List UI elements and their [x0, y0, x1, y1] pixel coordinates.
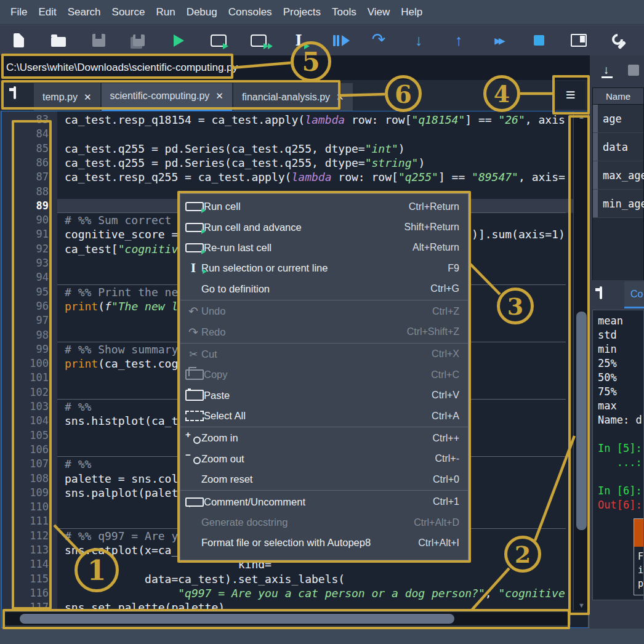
menu-item-shortcut: Ctrl+C — [431, 369, 459, 380]
menu-item-run-selection-or-current-line[interactable]: IRun selection or current lineF9 — [180, 258, 468, 278]
menu-item-paste[interactable]: PasteCtrl+V — [180, 385, 468, 406]
menu-item-label: Zoom in — [201, 432, 425, 444]
menu-item-comment-uncomment[interactable]: Comment/UncommentCtrl+1 — [180, 491, 468, 512]
code-line: sns.set_palette(palette) — [65, 600, 225, 610]
import-data-icon[interactable]: ↓ — [603, 63, 610, 77]
menu-item-zoom-out[interactable]: Zoom outCtrl+- — [180, 449, 468, 469]
menu-consoles[interactable]: Consoles — [223, 0, 278, 25]
menu-search[interactable]: Search — [62, 0, 107, 25]
code-token: , axis — [525, 113, 565, 126]
line-number: 114 — [6, 557, 49, 571]
new-file-icon — [14, 33, 24, 47]
save-icon — [92, 34, 105, 47]
code-token: row: row[ — [332, 171, 398, 183]
menu-item-shortcut: Ctrl++ — [432, 433, 459, 444]
menu-item-redo: RedoCtrl+Shift+Z — [180, 321, 468, 342]
horizontal-scrollbar[interactable] — [4, 611, 571, 626]
menu-tools[interactable]: Tools — [326, 0, 362, 25]
console-line: std — [598, 328, 617, 342]
code-token: # %% q997 = Are y — [65, 529, 178, 542]
menu-item-label: Select All — [204, 410, 424, 422]
hamburger-icon: ≡ — [566, 86, 576, 105]
menu-item-run-cell-and-advance[interactable]: Run cell and advanceShift+Return — [180, 217, 468, 237]
menu-debug[interactable]: Debug — [181, 0, 223, 25]
continue-button[interactable] — [486, 28, 511, 53]
menu-item-shortcut: Ctrl+Return — [409, 201, 459, 212]
tab-scientific-computing-py[interactable]: scientific-computing.py✕ — [102, 83, 232, 111]
scroll-down-arrow-icon[interactable]: ▼ — [574, 602, 589, 609]
line-number: 103 — [6, 400, 49, 414]
run-file-button[interactable] — [166, 28, 191, 53]
maximize-pane-button[interactable] — [566, 28, 591, 53]
browse-tabs-button[interactable] — [14, 87, 30, 101]
tab-close-icon[interactable]: ✕ — [215, 91, 223, 102]
menu-item-label: Re-run last cell — [204, 242, 405, 254]
menu-item-select-all[interactable]: Select AllCtrl+A — [180, 406, 468, 426]
main-toolbar: I — [0, 25, 644, 55]
new-file-button[interactable] — [6, 28, 31, 53]
variable-row-max_age[interactable]: max_age — [593, 161, 643, 190]
scroll-up-arrow-icon[interactable]: ▲ — [574, 113, 589, 120]
menu-item-label: Zoom out — [201, 453, 427, 465]
editor-options-menu-button[interactable]: ≡ — [556, 81, 586, 109]
menu-item-zoom-in[interactable]: Zoom inCtrl++ — [180, 428, 468, 448]
save-button[interactable] — [86, 28, 111, 53]
menu-item-undo: UndoCtrl+Z — [180, 301, 468, 321]
menu-item-run-cell[interactable]: Run cellCtrl+Return — [180, 196, 468, 217]
menu-item-label: Run cell and advance — [204, 222, 397, 233]
preferences-wrench-button[interactable] — [606, 28, 631, 53]
variable-row-min_age[interactable]: min_age — [593, 190, 643, 218]
code-token: , axis= — [518, 171, 565, 183]
open-file-button[interactable] — [46, 28, 71, 53]
menu-source[interactable]: Source — [107, 0, 151, 25]
tab-financial-analysis-py[interactable]: financial-analysis.py✕ — [233, 83, 353, 111]
vertical-scrollbar[interactable]: ▲ ▼ — [573, 111, 589, 610]
debug-file-button[interactable] — [326, 28, 351, 53]
menu-item-cut: CutCtrl+X — [180, 344, 468, 364]
variable-row-age[interactable]: age — [593, 105, 643, 133]
menu-run[interactable]: Run — [150, 0, 180, 25]
zoom-in-icon — [185, 433, 201, 444]
line-number: 116 — [6, 586, 49, 600]
browse-console-tabs-button[interactable] — [600, 288, 602, 299]
tab-close-icon[interactable]: ✕ — [336, 92, 344, 103]
code-token: ) — [418, 156, 425, 169]
menu-item-shortcut: Ctrl+0 — [433, 474, 459, 485]
menu-item-re-run-last-cell[interactable]: Re-run last cellAlt+Return — [180, 238, 468, 258]
run-cell-button[interactable] — [206, 28, 231, 53]
menu-projects[interactable]: Projects — [278, 0, 326, 25]
menu-item-go-to-definition[interactable]: Go to definitionCtrl+G — [180, 279, 468, 299]
plot-caption-line: Fi — [638, 550, 644, 563]
zoom-out-icon — [185, 453, 201, 464]
menu-view[interactable]: View — [362, 0, 396, 25]
console-output[interactable]: Fiinpa meanstdmin25%50%75%maxName: dIn [… — [592, 310, 644, 600]
redo-icon — [185, 326, 201, 338]
run-cell-advance-icon — [251, 34, 267, 47]
variable-row-data[interactable]: data — [593, 133, 643, 161]
code-token: ] == — [438, 171, 472, 183]
horizontal-scrollbar-thumb[interactable] — [20, 614, 454, 624]
code-token: # %% Sum correct a — [65, 214, 185, 227]
file-path: C:\Users\white\Downloads\scientific-comp… — [6, 55, 238, 80]
variable-explorer-name-header[interactable]: Name — [593, 88, 643, 105]
save-data-icon[interactable] — [628, 65, 639, 76]
menu-file[interactable]: File — [5, 0, 33, 25]
stop-button[interactable] — [526, 28, 551, 53]
menu-item-label: Generate docstring — [201, 517, 406, 528]
tab-close-icon[interactable]: ✕ — [84, 92, 92, 103]
console-tab[interactable]: Co — [624, 281, 644, 308]
save-all-button[interactable] — [126, 28, 151, 53]
menu-help[interactable]: Help — [395, 0, 428, 25]
run-selection-button[interactable]: I — [286, 28, 311, 53]
menu-item-generate-docstring: Generate docstringCtrl+Alt+D — [180, 512, 468, 533]
step-over-button[interactable] — [366, 28, 391, 53]
tab-temp-py[interactable]: temp.py✕ — [34, 83, 100, 111]
run-cell-advance-button[interactable] — [246, 28, 271, 53]
step-into-button[interactable] — [406, 28, 431, 53]
step-out-button[interactable] — [446, 28, 471, 53]
vertical-scrollbar-thumb[interactable] — [576, 312, 587, 530]
menu-edit[interactable]: Edit — [33, 0, 62, 25]
menu-item-zoom-reset[interactable]: Zoom resetCtrl+0 — [180, 469, 468, 489]
menu-item-format-file-or-selection-with-autopep8[interactable]: Format file or selection with Autopep8Ct… — [180, 533, 468, 553]
menu-item-spacer — [185, 517, 201, 529]
